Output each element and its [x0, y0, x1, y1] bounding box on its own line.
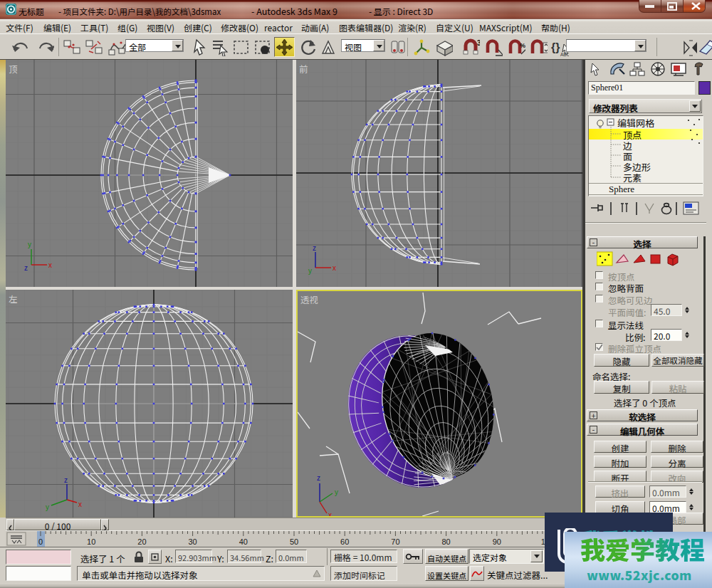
svg-text:80: 80 [441, 537, 450, 546]
svg-text:y: y [335, 488, 338, 496]
svg-text:90: 90 [493, 537, 501, 546]
svg-text:x: x [328, 511, 332, 518]
svg-text:30: 30 [188, 537, 197, 546]
svg-text:y: y [308, 267, 312, 275]
svg-text:y: y [46, 503, 49, 511]
svg-text:70: 70 [391, 537, 399, 546]
svg-text:z: z [24, 264, 28, 272]
svg-text:50: 50 [290, 537, 298, 546]
svg-text:z: z [313, 244, 316, 252]
svg-text:x: x [48, 261, 52, 269]
svg-text:{}: {} [551, 41, 560, 53]
svg-text:z: z [317, 474, 320, 482]
svg-text:3: 3 [477, 39, 480, 47]
svg-text:x: x [78, 500, 82, 508]
svg-text:z: z [64, 476, 68, 484]
svg-text:ABC: ABC [560, 52, 569, 56]
svg-text:60: 60 [340, 537, 349, 546]
svg-text:20: 20 [137, 537, 146, 546]
svg-text:x: x [333, 264, 336, 272]
svg-text:%: % [520, 42, 525, 49]
svg-text:y: y [28, 241, 31, 248]
svg-text:40: 40 [239, 537, 248, 546]
svg-text:0: 0 [38, 537, 43, 546]
svg-text:10: 10 [87, 537, 95, 546]
